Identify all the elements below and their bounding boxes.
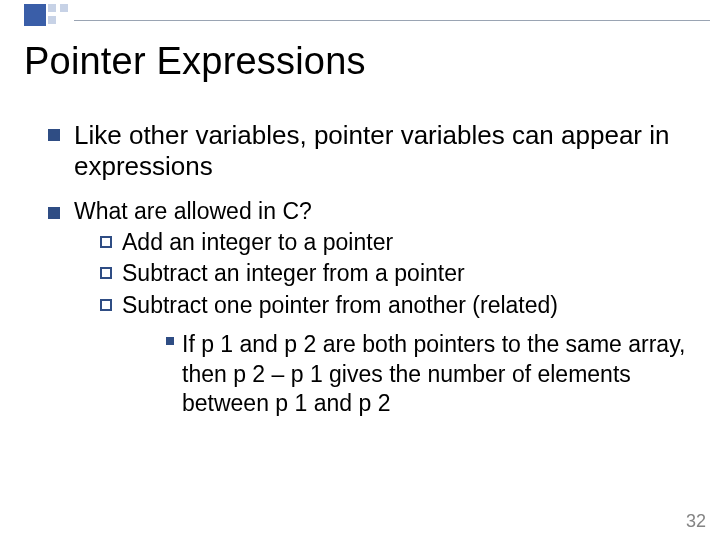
accent-square-large (24, 4, 46, 26)
square-bullet-icon (48, 129, 60, 141)
slide-body: Like other variables, pointer variables … (48, 120, 692, 435)
bullet-level2: Add an integer to a pointer (100, 228, 692, 257)
bullet-level2: Subtract an integer from a pointer (100, 259, 692, 288)
bullet-text: What are allowed in C? (74, 198, 692, 226)
bullet-level3: If p 1 and p 2 are both pointers to the … (166, 330, 692, 418)
slide: Pointer Expressions Like other variables… (0, 0, 720, 540)
accent-square-small (60, 4, 68, 12)
hollow-square-icon (100, 236, 112, 248)
divider-line (74, 20, 710, 21)
sub-bullet-text: Subtract an integer from a pointer (122, 259, 465, 288)
bullet-level2: Subtract one pointer from another (relat… (100, 291, 692, 320)
slide-title: Pointer Expressions (24, 40, 366, 83)
page-number: 32 (686, 511, 706, 532)
sub-bullet-text: Subtract one pointer from another (relat… (122, 291, 558, 320)
small-square-bullet-icon (166, 337, 174, 345)
accent-square-small (48, 4, 56, 12)
bullet-text: Like other variables, pointer variables … (74, 120, 692, 182)
square-bullet-icon (48, 207, 60, 219)
hollow-square-icon (100, 267, 112, 279)
bullet-level1: What are allowed in C? Add an integer to… (48, 198, 692, 418)
accent-square-small (48, 16, 56, 24)
sub-bullet-text: Add an integer to a pointer (122, 228, 393, 257)
bullet-level1: Like other variables, pointer variables … (48, 120, 692, 182)
hollow-square-icon (100, 299, 112, 311)
note-text: If p 1 and p 2 are both pointers to the … (182, 330, 692, 418)
top-decoration (0, 0, 720, 26)
